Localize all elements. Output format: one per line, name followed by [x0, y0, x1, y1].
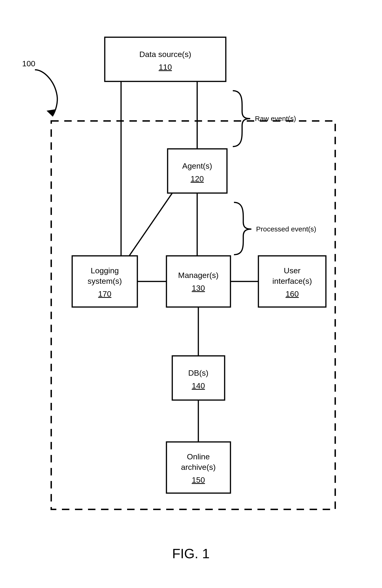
system-ref-label: 100 — [22, 59, 35, 68]
box-agents: Agent(s) 120 — [168, 149, 227, 193]
archive-label-2: archive(s) — [181, 463, 216, 471]
data-sources-label: Data source(s) — [139, 50, 191, 59]
logging-label-2: system(s) — [88, 276, 122, 285]
archive-label-1: Online — [187, 452, 210, 461]
svg-rect-2 — [168, 149, 227, 193]
figure-label: FIG. 1 — [172, 546, 209, 561]
svg-rect-1 — [105, 37, 226, 82]
svg-rect-4 — [166, 256, 230, 307]
box-managers: Manager(s) 130 — [166, 256, 230, 307]
box-online-archive: Online archive(s) 150 — [166, 442, 230, 493]
processed-events-label: Processed event(s) — [256, 225, 316, 233]
ui-ref: 160 — [286, 289, 299, 298]
box-db: DB(s) 140 — [172, 356, 225, 400]
svg-rect-6 — [172, 356, 225, 400]
db-ref: 140 — [192, 381, 205, 390]
db-label: DB(s) — [188, 368, 209, 377]
logging-ref: 170 — [98, 289, 112, 298]
managers-label: Manager(s) — [178, 271, 219, 280]
brace-raw-events — [233, 91, 250, 147]
archive-ref: 150 — [192, 475, 205, 484]
svg-line-11 — [129, 193, 172, 256]
box-data-sources: Data source(s) 110 — [105, 37, 226, 82]
system-ref-callout — [35, 70, 57, 116]
managers-ref: 130 — [192, 284, 205, 292]
logging-label-1: Logging — [90, 266, 119, 275]
agents-label: Agent(s) — [182, 161, 212, 170]
ui-label-2: interface(s) — [272, 276, 312, 285]
brace-processed-events — [234, 202, 251, 255]
raw-events-label: Raw event(s) — [255, 115, 296, 122]
figure-1: 100 Data source(s) 110 Agent(s) 120 Logg… — [0, 0, 382, 588]
agents-ref: 120 — [191, 174, 204, 183]
ui-label-1: User — [284, 266, 300, 275]
box-logging: Logging system(s) 170 — [72, 256, 137, 307]
data-sources-ref: 110 — [159, 63, 172, 71]
box-user-interface: User interface(s) 160 — [258, 256, 326, 307]
